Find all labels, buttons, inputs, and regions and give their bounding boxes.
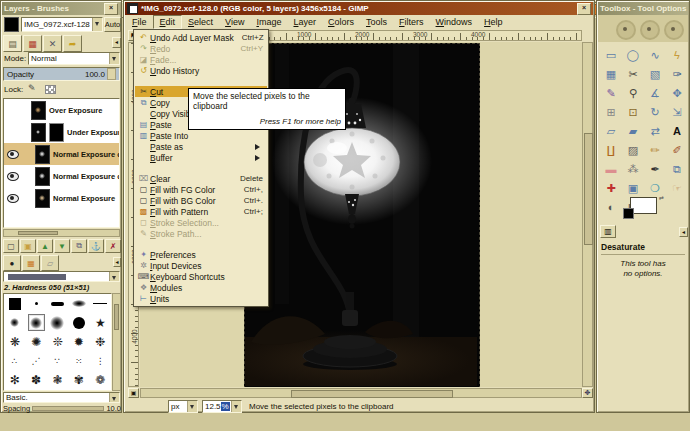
- ink-tool[interactable]: ✒: [644, 159, 666, 178]
- canvas-hscrollbar[interactable]: [140, 388, 582, 398]
- canvas-vscrollbar[interactable]: [582, 42, 593, 387]
- auto-button[interactable]: Auto: [104, 17, 121, 32]
- eraser-tool[interactable]: ▬: [600, 159, 622, 178]
- chevron-down-icon[interactable]: [109, 53, 119, 64]
- menu-item-paste-into[interactable]: ▥Paste Into: [135, 130, 267, 141]
- layer-mask-thumbnail[interactable]: [49, 123, 64, 142]
- brush-square[interactable]: [6, 295, 23, 312]
- paintbrush-tool[interactable]: ✐: [666, 140, 688, 159]
- chevron-down-icon[interactable]: [109, 393, 119, 402]
- menubar-view[interactable]: View: [219, 16, 250, 28]
- scrollbar-thumb[interactable]: [18, 231, 58, 235]
- perspective-tool[interactable]: ▰: [622, 121, 644, 140]
- brush-scat5[interactable]: ⋮: [92, 352, 109, 369]
- select-by-color-tool[interactable]: ▦: [600, 64, 622, 83]
- menu-item-fill-with-fg-color[interactable]: ▢Fill with FG ColorCtrl+,: [135, 184, 267, 195]
- menu-item-stroke-path[interactable]: ✎Stroke Path...: [135, 228, 267, 239]
- brush-tex1[interactable]: ❋: [6, 333, 23, 350]
- brush-scat2[interactable]: ⋰: [28, 352, 45, 369]
- spinner-icon[interactable]: [107, 68, 116, 80]
- menubar-windows[interactable]: Windows: [430, 16, 479, 28]
- menu-item-paste-as[interactable]: Paste as: [135, 141, 267, 152]
- spacing-slider[interactable]: [32, 406, 104, 411]
- brush-tex7[interactable]: ✽: [28, 371, 45, 388]
- heal-tool[interactable]: ✚: [600, 178, 622, 197]
- airbrush-tool[interactable]: ⁂: [622, 159, 644, 178]
- measure-tool[interactable]: ∡: [644, 83, 666, 102]
- smudge-tool[interactable]: ☞: [666, 178, 688, 197]
- background-color-swatch[interactable]: [623, 208, 634, 219]
- color-picker-tool[interactable]: ✎: [600, 83, 622, 102]
- ellipse-select-tool[interactable]: ◯: [622, 45, 644, 64]
- menu-item-buffer[interactable]: Buffer: [135, 152, 267, 163]
- brush-soft-m-sel[interactable]: [28, 314, 45, 331]
- brush-soft-s[interactable]: [6, 314, 23, 331]
- foreground-select-tool[interactable]: ▧: [644, 64, 666, 83]
- layer-row[interactable]: Normal Exposure: [4, 187, 119, 209]
- shear-tool[interactable]: ▱: [600, 121, 622, 140]
- new-layer-button[interactable]: ▢: [3, 239, 19, 253]
- lower-layer-button[interactable]: ▼: [54, 239, 70, 253]
- scrollbar-thumb[interactable]: [291, 390, 453, 398]
- layer-row[interactable]: Normal Exposure cop: [4, 165, 119, 187]
- undo-history-tab[interactable]: ➦: [63, 35, 82, 52]
- menu-item-stroke-selection[interactable]: ◻Stroke Selection...: [135, 217, 267, 228]
- flip-tool[interactable]: ⇄: [644, 121, 666, 140]
- gradients-tab[interactable]: ▱: [41, 255, 59, 271]
- brush-tex3[interactable]: ❊: [49, 333, 66, 350]
- brush-tex9[interactable]: ✾: [70, 371, 87, 388]
- quick-mask-button[interactable]: ▣: [128, 388, 139, 398]
- perspective-clone-tool[interactable]: ▣: [622, 178, 644, 197]
- menu-item-undo-add-layer-mask[interactable]: ↶Undo Add Layer MaskCtrl+Z: [135, 32, 267, 43]
- rotate-tool[interactable]: ↻: [644, 102, 666, 121]
- brush-tex5[interactable]: ❉: [92, 333, 109, 350]
- scrollbar-thumb[interactable]: [584, 133, 593, 245]
- layer-row[interactable]: Over Exposure: [4, 99, 119, 121]
- opacity-slider[interactable]: Opacity 100.0: [3, 67, 120, 81]
- paths-tool[interactable]: ✑: [666, 64, 688, 83]
- menu-item-fade[interactable]: ◪Fade...: [135, 54, 267, 65]
- visibility-toggle[interactable]: [6, 194, 19, 203]
- paths-tab[interactable]: ✕: [43, 35, 62, 52]
- scrollbar-thumb[interactable]: [114, 304, 119, 330]
- brush-tex4[interactable]: ✹: [70, 333, 87, 350]
- brush-filter-combo[interactable]: [3, 271, 120, 282]
- brush-circle[interactable]: [70, 314, 87, 331]
- layers-tab[interactable]: ▤: [3, 35, 22, 52]
- move-tool[interactable]: ✥: [666, 83, 688, 102]
- brush-dot[interactable]: [28, 295, 45, 312]
- navigation-button[interactable]: ✥: [582, 388, 593, 398]
- layers-window-titlebar[interactable]: Layers - Brushes: [2, 2, 120, 15]
- lock-paint-icon[interactable]: ✎: [28, 83, 36, 93]
- tool-options-tab[interactable]: ▥: [600, 225, 616, 238]
- brush-tex2[interactable]: ✺: [28, 333, 45, 350]
- menu-item-fill-with-bg-color[interactable]: ▢Fill with BG ColorCtrl+.: [135, 195, 267, 206]
- zoom-tool[interactable]: ⚲: [622, 83, 644, 102]
- menubar-filters[interactable]: Filters: [393, 16, 430, 28]
- menubar-image[interactable]: Image: [250, 16, 287, 28]
- scissors-select-tool[interactable]: ✂: [622, 64, 644, 83]
- brush-star[interactable]: ★: [92, 314, 109, 331]
- menubar-colors[interactable]: Colors: [322, 16, 360, 28]
- tab-menu-button[interactable]: ◂: [112, 37, 121, 48]
- channels-tab[interactable]: ▦: [23, 35, 42, 52]
- zoom-select[interactable]: 12.5 %: [202, 400, 242, 413]
- lock-alpha-icon[interactable]: [45, 85, 56, 94]
- toolbox-titlebar[interactable]: Toolbox - Tool Options: [598, 2, 688, 15]
- brush-bar[interactable]: [49, 295, 66, 312]
- brushes-tab[interactable]: ●: [3, 255, 21, 271]
- brush-tex6[interactable]: ✻: [6, 371, 23, 388]
- close-icon[interactable]: [577, 3, 591, 15]
- brush-grid-scrollbar[interactable]: [112, 293, 121, 391]
- menubar-file[interactable]: File: [126, 16, 153, 28]
- brush-scat3[interactable]: ∵: [49, 352, 66, 369]
- bucket-fill-tool[interactable]: ∐: [600, 140, 622, 159]
- foreground-color-swatch[interactable]: [630, 197, 657, 214]
- brush-tex10[interactable]: ❁: [92, 371, 109, 388]
- menu-item-keyboard-shortcuts[interactable]: ⌨Keyboard Shortcuts: [135, 271, 267, 282]
- tool-options-menu-button[interactable]: ◂: [679, 227, 688, 237]
- delete-layer-button[interactable]: ✗: [105, 239, 121, 253]
- brush-tab-menu-button[interactable]: ◂: [113, 257, 121, 267]
- menubar-select[interactable]: Select: [182, 16, 219, 28]
- menu-item-redo[interactable]: ↷RedoCtrl+Y: [135, 43, 267, 54]
